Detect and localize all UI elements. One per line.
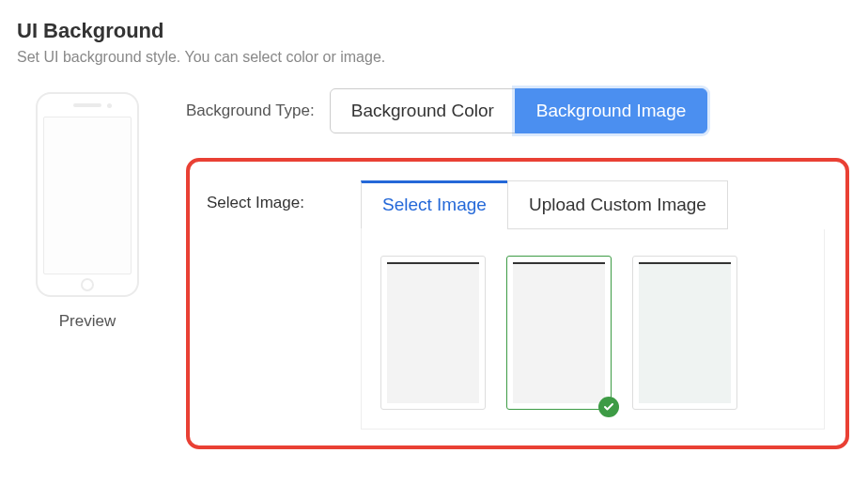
image-thumbnails bbox=[361, 229, 825, 430]
select-image-section: Select Image: Select Image Upload Custom… bbox=[186, 158, 849, 449]
background-image-button[interactable]: Background Image bbox=[515, 88, 708, 133]
thumbnail-option-2[interactable] bbox=[506, 256, 612, 410]
image-tabs: Select Image Upload Custom Image bbox=[361, 180, 825, 229]
page-subtitle: Set UI background style. You can select … bbox=[17, 49, 849, 66]
phone-preview bbox=[36, 92, 139, 297]
background-type-label: Background Type: bbox=[186, 102, 315, 120]
thumbnail-option-1[interactable] bbox=[380, 256, 486, 410]
tab-select-image[interactable]: Select Image bbox=[361, 180, 508, 229]
select-image-label: Select Image: bbox=[207, 180, 361, 212]
background-color-button[interactable]: Background Color bbox=[330, 88, 516, 133]
preview-label: Preview bbox=[59, 312, 116, 331]
check-icon bbox=[598, 397, 619, 417]
tab-upload-custom-image[interactable]: Upload Custom Image bbox=[507, 180, 728, 229]
preview-panel: Preview bbox=[17, 88, 158, 331]
background-type-segmented: Background Color Background Image bbox=[330, 88, 708, 133]
thumbnail-option-3[interactable] bbox=[632, 256, 737, 410]
page-title: UI Background bbox=[17, 19, 849, 43]
